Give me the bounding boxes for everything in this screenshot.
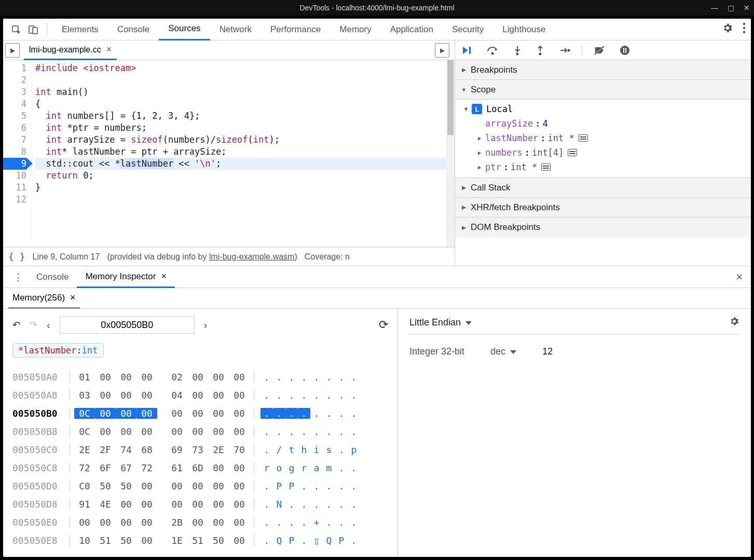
memory-icon[interactable]: [579, 134, 588, 142]
chevron-right-icon: ▶: [460, 204, 468, 211]
svg-rect-14: [623, 48, 624, 53]
maximize-icon[interactable]: ▢: [728, 4, 734, 12]
svg-point-5: [743, 31, 745, 33]
xhr-breakpoints-pane[interactable]: ▶XHR/fetch Breakpoints: [455, 198, 751, 217]
tab-performance[interactable]: Performance: [261, 19, 330, 40]
wasm-link[interactable]: lmi-bug-example.wasm: [209, 252, 295, 261]
navigator-toggle-icon[interactable]: ▶: [5, 43, 20, 58]
settings-icon[interactable]: [729, 316, 739, 329]
close-icon[interactable]: ✕: [744, 4, 750, 12]
svg-rect-2: [33, 28, 37, 34]
svg-point-8: [516, 52, 519, 55]
scope-variable[interactable]: ▶lastNumber: int *: [455, 131, 751, 145]
tab-lighthouse[interactable]: Lighthouse: [493, 19, 555, 40]
window-title: DevTools - localhost:4000/lmi-bug-exampl…: [299, 4, 454, 12]
tab-application[interactable]: Application: [381, 19, 443, 40]
file-tab[interactable]: lmi-bug-example.cc ×: [24, 40, 117, 60]
hex-view[interactable]: 005050A00100000002000000........005050A8…: [12, 368, 388, 550]
tab-console[interactable]: Console: [108, 19, 159, 40]
local-badge-icon: L: [472, 104, 482, 114]
endianness-select[interactable]: Little Endian: [409, 317, 472, 328]
close-icon[interactable]: ×: [70, 292, 76, 303]
memory-tab[interactable]: Memory(256) ×: [8, 288, 80, 309]
close-drawer-icon[interactable]: ×: [736, 270, 746, 284]
inspect-element-icon[interactable]: [8, 21, 25, 38]
chevron-right-icon: ▶: [460, 224, 468, 231]
callstack-pane[interactable]: ▶Call Stack: [455, 178, 751, 198]
tab-console[interactable]: Console: [28, 266, 77, 288]
int-type-label: Integer 32-bit: [409, 346, 464, 357]
memory-icon[interactable]: [568, 149, 577, 156]
chevron-down-icon: [510, 350, 516, 354]
next-page-icon[interactable]: ›: [204, 319, 208, 331]
tab-network[interactable]: Network: [210, 19, 261, 40]
settings-icon[interactable]: [722, 22, 733, 36]
code-editor[interactable]: 123456789101112 #include <iostream> int …: [3, 60, 455, 247]
memory-chip[interactable]: *lastNumber: int: [12, 343, 104, 358]
scrollbar[interactable]: [446, 60, 455, 247]
dom-breakpoints-pane[interactable]: ▶DOM Breakpoints: [455, 217, 751, 237]
step-out-icon[interactable]: [536, 45, 544, 56]
kebab-menu-icon[interactable]: ⋮: [8, 271, 28, 283]
svg-rect-6: [469, 47, 471, 54]
scope-variable[interactable]: arraySize: 4: [455, 116, 751, 131]
svg-point-4: [743, 27, 745, 29]
svg-point-10: [568, 49, 570, 51]
close-icon[interactable]: ×: [106, 44, 112, 55]
coverage-label: Coverage: n: [305, 252, 350, 262]
device-toolbar-icon[interactable]: [25, 21, 42, 38]
breakpoints-pane[interactable]: ▶Breakpoints: [455, 60, 751, 80]
prev-page-icon[interactable]: ‹: [47, 319, 50, 331]
pause-on-exceptions-icon[interactable]: [620, 45, 630, 56]
svg-point-7: [491, 52, 494, 54]
titlebar: DevTools - localhost:4000/lmi-bug-exampl…: [0, 0, 754, 16]
redo-icon: ↷: [30, 319, 37, 331]
main-tabs: ElementsConsoleSourcesNetworkPerformance…: [3, 19, 751, 40]
file-tab-label: lmi-bug-example.cc: [29, 45, 101, 54]
memory-icon[interactable]: [541, 163, 551, 171]
scope-variable[interactable]: ▶ptr: int *: [455, 160, 751, 174]
address-input[interactable]: [60, 316, 195, 334]
tab-security[interactable]: Security: [443, 19, 493, 40]
tab-memory-inspector[interactable]: Memory Inspector ×: [77, 266, 175, 288]
step-over-icon[interactable]: [486, 45, 499, 56]
close-icon[interactable]: ×: [161, 271, 167, 282]
chevron-down-icon: ▼: [462, 106, 470, 113]
svg-point-3: [743, 23, 745, 25]
debugger-toolbar: [455, 40, 751, 60]
more-tabs-icon[interactable]: ▶: [435, 43, 449, 58]
step-into-icon[interactable]: [513, 45, 522, 56]
scope-local[interactable]: ▼ L Local: [455, 102, 751, 116]
refresh-icon[interactable]: ⟳: [379, 318, 388, 332]
undo-icon[interactable]: ↶: [12, 319, 20, 331]
chevron-right-icon: ▶: [460, 66, 468, 73]
deactivate-breakpoints-icon[interactable]: [594, 45, 605, 56]
int-value: 12: [542, 346, 553, 357]
scope-pane[interactable]: ▼Scope: [455, 80, 751, 100]
format-select[interactable]: dec: [490, 346, 516, 357]
kebab-menu-icon[interactable]: [743, 22, 746, 36]
scope-variable[interactable]: ▶numbers: int[4]: [455, 145, 751, 160]
cursor-position: Line 9, Column 17: [33, 252, 100, 262]
pretty-print-icon[interactable]: { }: [8, 251, 25, 262]
minimize-icon[interactable]: —: [711, 4, 718, 12]
chevron-down-icon: [465, 321, 472, 325]
tab-sources[interactable]: Sources: [159, 19, 210, 40]
chevron-right-icon: ▶: [460, 184, 468, 191]
svg-rect-15: [625, 48, 626, 53]
resume-icon[interactable]: [461, 45, 472, 56]
svg-point-9: [539, 52, 542, 55]
chevron-down-icon: ▼: [460, 87, 468, 93]
tab-memory[interactable]: Memory: [330, 19, 380, 40]
svg-point-13: [620, 46, 629, 55]
debug-info-source: (provided via debug info by lmi-bug-exam…: [107, 252, 297, 262]
step-icon[interactable]: [559, 45, 570, 56]
tab-elements[interactable]: Elements: [52, 19, 108, 40]
